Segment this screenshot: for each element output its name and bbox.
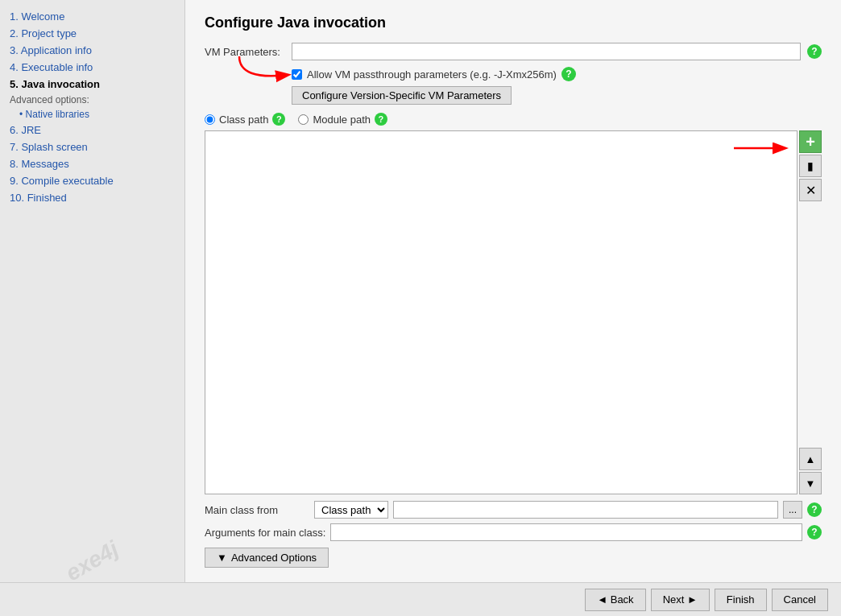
sidebar-item-splash[interactable]: 7. Splash screen [0, 138, 184, 155]
module-path-label: Module path [313, 114, 371, 126]
class-path-label: Class path [219, 114, 268, 126]
next-button[interactable]: Next ► [651, 589, 710, 611]
main-class-row: Main class from Class path ... ? [205, 501, 822, 519]
finish-button[interactable]: Finish [715, 589, 767, 611]
vm-params-label: VM Parameters: [205, 46, 285, 58]
sidebar-item-compile[interactable]: 9. Compile executable [0, 172, 184, 189]
content-area: Configure Java invocation VM Parameters:… [185, 0, 841, 582]
sidebar-item-messages[interactable]: 8. Messages [0, 155, 184, 172]
watermark: exe4j [6, 504, 178, 582]
main-class-input[interactable] [393, 501, 778, 519]
sidebar-advanced-options-label: Advanced options: [0, 93, 184, 107]
main-class-from-select[interactable]: Class path [314, 501, 388, 519]
allow-vm-passthrough-label: Allow VM passthrough parameters (e.g. -J… [307, 68, 557, 81]
sidebar-item-exe-info[interactable]: 4. Executable info [0, 59, 184, 76]
move-up-button[interactable]: ▲ [799, 448, 822, 470]
module-path-option[interactable]: Module path ? [298, 113, 387, 126]
edit-classpath-button[interactable]: ▮ [799, 155, 822, 177]
browse-main-class-button[interactable]: ... [783, 501, 802, 519]
classpath-container: + ▮ ✕ ▲ ▼ [205, 130, 822, 494]
main-class-help-icon[interactable]: ? [807, 502, 822, 517]
back-button[interactable]: ◄ Back [585, 589, 645, 611]
bottom-rows: Main class from Class path ... ? Argumen… [205, 501, 822, 541]
class-path-radio[interactable] [205, 114, 215, 125]
remove-classpath-button[interactable]: ✕ [799, 179, 822, 201]
advanced-options-button[interactable]: ▼ Advanced Options [205, 548, 329, 568]
vm-params-input[interactable] [292, 43, 801, 60]
move-down-button[interactable]: ▼ [799, 472, 822, 494]
class-path-help-icon[interactable]: ? [272, 113, 285, 126]
sidebar-item-app-info[interactable]: 3. Application info [0, 42, 184, 59]
sidebar-item-welcome[interactable]: 1. Welcome [0, 8, 184, 25]
allow-vm-passthrough-checkbox[interactable] [292, 69, 302, 80]
classpath-list[interactable] [205, 130, 798, 494]
vm-params-help-icon[interactable]: ? [807, 44, 822, 59]
arguments-label: Arguments for main class: [205, 527, 325, 539]
cancel-button[interactable]: Cancel [772, 589, 828, 611]
arguments-help-icon[interactable]: ? [807, 525, 822, 540]
vm-passthrough-help-icon[interactable]: ? [561, 67, 576, 81]
arguments-input[interactable] [330, 523, 802, 541]
advanced-options-triangle: ▼ [217, 552, 227, 564]
sidebar-item-java-invocation[interactable]: 5. Java invocation [0, 76, 184, 93]
classpath-buttons: + ▮ ✕ ▲ ▼ [799, 130, 822, 494]
module-path-help-icon[interactable]: ? [375, 113, 387, 126]
arguments-row: Arguments for main class: ? [205, 523, 822, 541]
sidebar-item-finished[interactable]: 10. Finished [0, 189, 184, 206]
page-title: Configure Java invocation [205, 14, 822, 31]
add-classpath-button[interactable]: + [799, 130, 822, 153]
configure-vm-row: Configure Version-Specific VM Parameters [292, 86, 822, 105]
main-class-from-label: Main class from [205, 504, 309, 516]
sidebar: 1. Welcome 2. Project type 3. Applicatio… [0, 0, 185, 582]
module-path-radio[interactable] [298, 114, 309, 125]
configure-vm-button[interactable]: Configure Version-Specific VM Parameters [292, 86, 512, 105]
path-type-row: Class path ? Module path ? [205, 113, 822, 126]
class-path-option[interactable]: Class path ? [205, 113, 285, 126]
advanced-options-label: Advanced Options [231, 552, 317, 564]
vm-params-row: VM Parameters: ? [205, 43, 822, 60]
sidebar-item-project-type[interactable]: 2. Project type [0, 25, 184, 42]
sidebar-item-native-libraries[interactable]: • Native libraries [0, 107, 184, 122]
footer: ◄ Back Next ► Finish Cancel [0, 582, 841, 616]
allow-vm-passthrough-row: Allow VM passthrough parameters (e.g. -J… [292, 67, 822, 81]
sidebar-item-jre[interactable]: 6. JRE [0, 122, 184, 138]
